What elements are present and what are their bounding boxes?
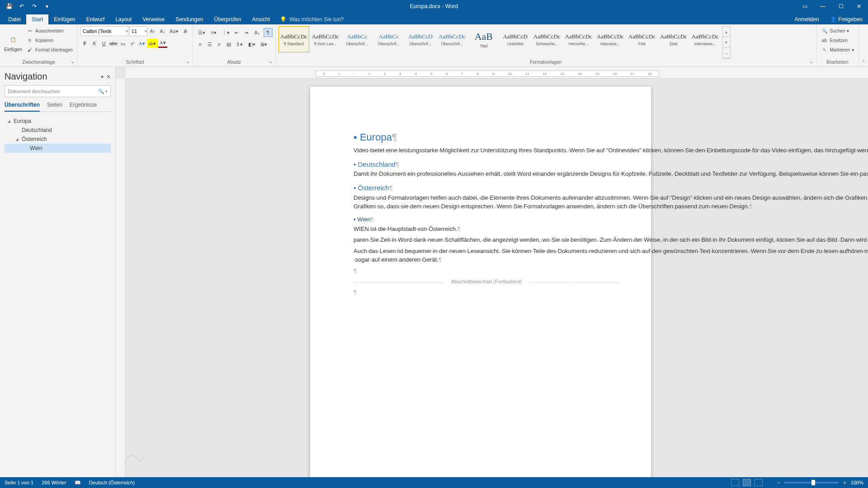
style-chip[interactable]: AaBbCcDcIntensives... (690, 26, 721, 52)
styles-more-button[interactable]: ▴▾⌄ (722, 26, 731, 59)
body-paragraph[interactable]: Damit·Ihr·Dokument·ein·professionelles·A… (354, 170, 619, 178)
shading-icon[interactable]: ◧▾ (246, 40, 258, 49)
close-icon[interactable]: ✕ (850, 0, 868, 13)
tree-item[interactable]: ◢Österreich (5, 135, 111, 144)
body-paragraph[interactable]: Video·bietet·eine·leistungsstarke·Möglic… (354, 146, 619, 155)
tab-ueberpruefen[interactable]: Überprüfen (209, 14, 247, 24)
nav-tab-pages[interactable]: Seiten (47, 102, 62, 112)
body-paragraph[interactable]: Designs·und·Formatvorlagen·helfen·auch·d… (354, 194, 619, 211)
underline-button[interactable]: U (99, 39, 108, 48)
undo-icon[interactable]: ↶ (16, 2, 27, 11)
ribbon-display-icon[interactable]: ▭ (796, 0, 814, 13)
align-center-icon[interactable]: ☰ (205, 40, 214, 49)
dialog-launcher-icon[interactable]: ↘ (186, 60, 191, 65)
style-chip[interactable]: AaBbCcDc¶ Standard (278, 26, 309, 52)
style-chip[interactable]: AaBbCcDcHervorhe... (563, 26, 594, 52)
zoom-slider[interactable] (784, 482, 839, 483)
qat-more-icon[interactable]: ▾ (42, 2, 52, 11)
print-layout-icon[interactable] (743, 479, 751, 486)
text-effects-icon[interactable]: A▾ (137, 39, 146, 48)
font-name-combo[interactable]: Calibri (Textk▾ (80, 26, 128, 36)
heading-2[interactable]: ▪ Österreich (354, 183, 619, 193)
nav-tab-results[interactable]: Ergebnisse (70, 102, 97, 112)
style-chip[interactable]: AaBbCcDcÜberschrif... (437, 26, 467, 52)
empty-paragraph[interactable]: ¶ (354, 267, 619, 276)
bold-button[interactable]: F (80, 39, 90, 48)
italic-button[interactable]: K (90, 39, 99, 48)
justify-icon[interactable]: ▤ (224, 40, 233, 49)
align-left-icon[interactable]: ≡ (196, 40, 205, 49)
vertical-ruler[interactable] (116, 79, 126, 477)
heading-3[interactable]: ▪ Wien (354, 216, 619, 224)
dialog-launcher-icon[interactable]: ↘ (71, 60, 76, 65)
tab-start[interactable]: Start (26, 14, 48, 24)
bullets-icon[interactable]: ☰▾ (196, 28, 208, 37)
tab-datei[interactable]: Datei (3, 14, 26, 24)
borders-icon[interactable]: ⊞▾ (258, 40, 270, 49)
tab-ansicht[interactable]: Ansicht (247, 14, 275, 24)
superscript-button[interactable]: x² (128, 39, 137, 48)
highlight-icon[interactable]: ab▾ (147, 39, 158, 48)
decrease-indent-icon[interactable]: ⇤ (232, 28, 241, 37)
tree-item[interactable]: Wien (5, 144, 111, 153)
tab-einfuegen[interactable]: Einfügen (48, 14, 80, 24)
redo-icon[interactable]: ↷ (29, 2, 40, 11)
body-paragraph[interactable]: paren·Sie·Zeit·in·Word·dank·neuer·Schalt… (354, 236, 619, 244)
maximize-icon[interactable]: ☐ (832, 0, 850, 13)
zoom-out-icon[interactable]: − (777, 480, 780, 485)
show-marks-icon[interactable]: ¶ (264, 28, 273, 37)
spellcheck-icon[interactable]: 📖 (75, 480, 81, 486)
clear-formatting-icon[interactable]: A̷ (181, 27, 190, 36)
subscript-button[interactable]: x₂ (118, 39, 127, 48)
find-button[interactable]: 🔍Suchen ▾ (819, 26, 856, 35)
dialog-launcher-icon[interactable]: ↘ (269, 60, 274, 65)
style-chip[interactable]: AaBbCcÜberschrif... (373, 26, 404, 52)
font-size-combo[interactable]: 11▾ (129, 26, 147, 36)
search-dropdown-icon[interactable]: ▾ (105, 89, 108, 94)
paste-button[interactable]: 📋 Einfügen (3, 26, 24, 59)
style-chip[interactable]: AaBbCcDc¶ Kein Lee... (310, 26, 341, 52)
tab-sendungen[interactable]: Sendungen (170, 14, 208, 24)
multilevel-icon[interactable]: ⋮▾ (220, 28, 232, 37)
heading-1[interactable]: ▪ Europa (354, 130, 619, 145)
shrink-font-icon[interactable]: A↓ (158, 27, 167, 36)
format-painter-button[interactable]: 🖌Format übertragen (24, 45, 75, 54)
style-chip[interactable]: AaBbCcÜberschrif... (342, 26, 373, 52)
increase-indent-icon[interactable]: ⇥ (242, 28, 251, 37)
nav-close-icon[interactable]: ✕ (106, 74, 111, 80)
nav-search-input[interactable]: Dokument durchsuchen 🔍 ▾ (5, 85, 111, 97)
tree-item[interactable]: ◢Europa (5, 117, 111, 126)
select-button[interactable]: ↖Markieren ▾ (819, 45, 856, 54)
empty-paragraph[interactable]: ¶ (354, 288, 619, 297)
status-word-count[interactable]: 266 Wörter (42, 480, 66, 485)
save-icon[interactable]: 💾 (4, 2, 14, 11)
page[interactable]: ▪ Europa Video·bietet·eine·leistungsstar… (310, 87, 651, 477)
style-chip[interactable]: AaBbCcDcZitat (658, 26, 689, 52)
grow-font-icon[interactable]: A↑ (148, 27, 157, 36)
style-chip[interactable]: AaBbCcDcIntensive... (595, 26, 626, 52)
tab-verweise[interactable]: Verweise (137, 14, 170, 24)
copy-button[interactable]: ⎘Kopieren (24, 36, 75, 45)
tab-entwurf[interactable]: Entwurf (81, 14, 110, 24)
tree-item[interactable]: Deutschland (5, 126, 111, 135)
style-chip[interactable]: AaBbCcDcSchwache... (532, 26, 562, 52)
read-mode-icon[interactable] (731, 479, 739, 486)
style-chip[interactable]: AaBTitel (468, 26, 499, 52)
collapse-ribbon-icon[interactable]: ^ (859, 24, 868, 66)
heading-2[interactable]: ▪ Deutschland (354, 160, 619, 169)
align-right-icon[interactable]: ≡ (215, 40, 224, 49)
zoom-level[interactable]: 100% (851, 480, 863, 485)
status-page[interactable]: Seite 1 von 1 (5, 480, 33, 485)
strike-button[interactable]: abc (109, 39, 118, 48)
numbering-icon[interactable]: ≡▾ (208, 28, 220, 37)
body-paragraph[interactable]: Auch·das·Lesen·ist·bequemer·in·der·neuen… (354, 247, 619, 264)
share-button[interactable]: 👤 Freigeben (825, 14, 868, 24)
change-case-icon[interactable]: Aa▾ (168, 27, 180, 36)
style-chip[interactable]: AaBbCcDÜberschrif... (405, 26, 436, 52)
minimize-icon[interactable]: — (814, 0, 832, 13)
cut-button[interactable]: ✂Ausschneiden (24, 26, 75, 35)
dialog-launcher-icon[interactable]: ↘ (809, 60, 815, 65)
horizontal-ruler[interactable]: 21·123456789101112131415161718 (126, 67, 868, 79)
style-chip[interactable]: AaBbCcDcFett (627, 26, 657, 52)
sign-in-button[interactable]: Anmelden (789, 14, 825, 24)
